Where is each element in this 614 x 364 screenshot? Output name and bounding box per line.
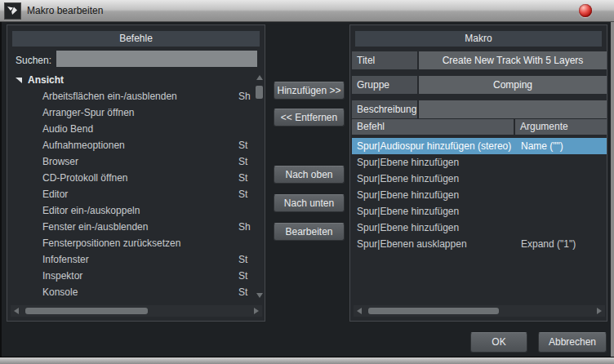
command-shortcut: St: [238, 268, 253, 284]
command-shortcut: [238, 235, 253, 251]
add-button[interactable]: Hinzufügen >>: [274, 82, 345, 100]
commands-panel-title: Befehle: [12, 31, 260, 47]
vertical-scrollbar-thumb[interactable]: [256, 86, 263, 99]
close-icon[interactable]: [579, 4, 592, 17]
description-field-label: Beschreibung: [352, 100, 417, 118]
command-label: Fensterpositionen zurücksetzen: [9, 235, 238, 251]
step-arguments: [517, 220, 607, 236]
ok-button[interactable]: OK: [470, 332, 527, 353]
commands-panel: Befehle Suchen: Ansicht Arbeitsflächen e…: [7, 24, 265, 322]
step-command: Spur|Audiospur hinzufügen (stereo): [352, 138, 517, 154]
step-arguments: [517, 203, 607, 220]
macro-step-row[interactable]: Spur|Ebene hinzufügen: [352, 187, 607, 203]
command-label: Arbeitsflächen ein-/ausblenden: [9, 88, 238, 104]
command-label: Infofenster: [9, 251, 238, 268]
command-label: Audio Bend: [9, 121, 238, 137]
command-label: Editor ein-/auskoppeln: [9, 202, 238, 219]
group-field-input[interactable]: Comping: [419, 76, 607, 94]
column-header-command[interactable]: Befehl: [352, 119, 514, 135]
macro-step-row[interactable]: Spur|Ebene hinzufügen: [352, 220, 607, 236]
horizontal-scrollbar[interactable]: [354, 305, 605, 317]
command-list-item[interactable]: Arranger-Spur öffnen: [9, 104, 253, 121]
macro-step-row[interactable]: Spur|Ebene hinzufügen: [352, 203, 607, 220]
category-label: Ansicht: [28, 72, 64, 88]
command-list-item[interactable]: Editor ein-/auskoppeln: [9, 202, 253, 219]
command-list-item[interactable]: Arbeitsflächen ein-/ausblendenSh: [9, 88, 253, 104]
search-label: Suchen:: [16, 52, 51, 69]
macro-panel: Makro Titel Create New Track With 5 Laye…: [349, 24, 607, 322]
window-border-right: [611, 22, 614, 357]
horizontal-scrollbar-thumb[interactable]: [368, 308, 499, 314]
titlebar[interactable]: Makro bearbeiten: [0, 0, 614, 22]
macro-step-row[interactable]: Spur|Ebene hinzufügen: [352, 171, 607, 187]
search-input[interactable]: [56, 51, 257, 67]
scroll-up-icon[interactable]: [256, 75, 263, 80]
macro-steps-table: Spur|Audiospur hinzufügen (stereo)Name (…: [352, 138, 607, 253]
command-shortcut: [238, 121, 253, 137]
step-command: Spur|Ebene hinzufügen: [352, 187, 517, 203]
command-category-row[interactable]: Ansicht: [9, 72, 253, 88]
command-list-item[interactable]: InspektorSt: [9, 268, 253, 284]
command-list-item[interactable]: EditorSt: [9, 186, 253, 202]
scroll-right-icon[interactable]: [597, 308, 602, 314]
window-border-bottom: [0, 357, 614, 364]
scroll-down-icon[interactable]: [256, 293, 263, 298]
command-label: Editor: [9, 186, 238, 202]
edit-button[interactable]: Bearbeiten: [274, 223, 345, 241]
expanded-triangle-icon[interactable]: [16, 78, 22, 83]
command-shortcut: St: [238, 251, 253, 268]
horizontal-scrollbar[interactable]: [11, 305, 262, 317]
step-arguments: Name (""): [517, 138, 607, 154]
horizontal-scrollbar-thumb[interactable]: [25, 308, 148, 314]
command-list: Ansicht Arbeitsflächen ein-/ausblendenSh…: [9, 72, 253, 301]
command-list-item[interactable]: Audio Bend: [9, 121, 253, 137]
command-label: Browser: [9, 153, 238, 170]
title-field-input[interactable]: Create New Track With 5 Layers: [419, 51, 607, 69]
step-arguments: Expand ("1"): [517, 236, 607, 252]
app-logo-icon: [4, 2, 21, 20]
command-shortcut: St: [238, 153, 253, 170]
command-list-item[interactable]: Fensterpositionen zurücksetzen: [9, 235, 253, 251]
command-label: Konsole: [9, 284, 238, 300]
macro-step-row-selected[interactable]: Spur|Audiospur hinzufügen (stereo)Name (…: [352, 138, 607, 154]
command-label: CD-Protokoll öffnen: [9, 170, 238, 186]
step-arguments: [517, 187, 607, 203]
step-command: Spur|Ebene hinzufügen: [352, 220, 517, 236]
scroll-left-icon[interactable]: [14, 308, 19, 314]
window-border-left: [0, 22, 2, 357]
command-list-item[interactable]: KonsoleSt: [9, 284, 253, 300]
window-title: Makro bearbeiten: [27, 0, 103, 22]
scroll-left-icon[interactable]: [357, 308, 362, 314]
step-arguments: [517, 154, 607, 171]
macro-step-row[interactable]: Spur|Ebenen ausklappenExpand ("1"): [352, 236, 607, 252]
macro-step-row[interactable]: Spur|Ebene hinzufügen: [352, 154, 607, 171]
move-down-button[interactable]: Nach unten: [274, 194, 345, 212]
command-shortcut: St: [238, 170, 253, 186]
command-label: Inspektor: [9, 268, 238, 284]
command-label: Fenster ein-/ausblenden: [9, 219, 238, 235]
command-list-item[interactable]: Fenster ein-/ausblendenSh: [9, 219, 253, 235]
description-field-input[interactable]: [419, 100, 607, 118]
column-header-arguments[interactable]: Argumente: [515, 119, 607, 135]
vertical-scrollbar[interactable]: [254, 72, 265, 301]
command-shortcut: St: [238, 284, 253, 300]
remove-button[interactable]: << Entfernen: [274, 109, 345, 127]
cancel-button[interactable]: Abbrechen: [538, 332, 607, 353]
command-list-item[interactable]: BrowserSt: [9, 153, 253, 170]
step-command: Spur|Ebene hinzufügen: [352, 154, 517, 171]
command-list-item[interactable]: CD-Protokoll öffnenSt: [9, 170, 253, 186]
title-field-label: Titel: [352, 51, 417, 69]
scroll-right-icon[interactable]: [254, 308, 259, 314]
move-up-button[interactable]: Nach oben: [274, 166, 345, 184]
command-list-item[interactable]: InfofensterSt: [9, 251, 253, 268]
group-field-label: Gruppe: [352, 76, 417, 94]
command-list-item[interactable]: AufnahmeoptionenSt: [9, 137, 253, 153]
command-label: Aufnahmeoptionen: [9, 137, 238, 153]
command-shortcut: [238, 202, 253, 219]
command-label: Arranger-Spur öffnen: [9, 104, 238, 121]
command-shortcut: St: [238, 186, 253, 202]
step-command: Spur|Ebenen ausklappen: [352, 236, 517, 252]
macro-edit-dialog: Makro bearbeiten Befehle Suchen: Ansicht…: [0, 0, 614, 364]
step-command: Spur|Ebene hinzufügen: [352, 203, 517, 220]
step-command: Spur|Ebene hinzufügen: [352, 171, 517, 187]
